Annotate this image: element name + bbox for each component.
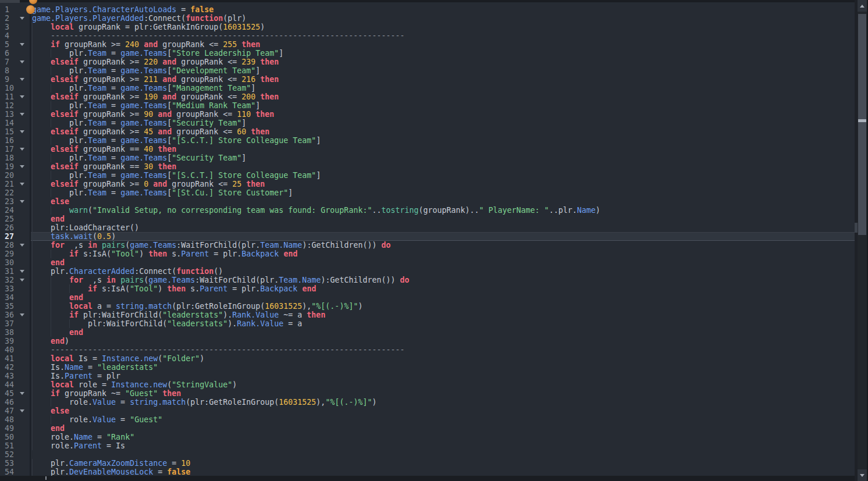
code-text[interactable]: if groupRank >= 240 and groupRank <= 255…	[31, 40, 855, 49]
scrollbar-thumb[interactable]	[858, 14, 866, 235]
fold-arrow-icon[interactable]	[20, 183, 24, 186]
line-number[interactable]: 5	[0, 40, 14, 49]
line-number[interactable]: 47	[0, 407, 14, 415]
line-number[interactable]: 16	[0, 136, 14, 145]
line-number[interactable]: 32	[0, 276, 14, 284]
line-number[interactable]: 9	[0, 75, 14, 84]
code-text[interactable]	[31, 450, 855, 459]
line-number[interactable]: 33	[0, 284, 14, 293]
fold-arrow-icon[interactable]	[20, 95, 24, 98]
vertical-scrollbar[interactable]	[858, 0, 867, 481]
code-text[interactable]: local Is = Instance.new("Folder")	[31, 354, 855, 363]
fold-gutter[interactable]	[14, 398, 30, 407]
code-text[interactable]: if s:IsA("Tool") then s.Parent = plr.Bac…	[31, 250, 855, 258]
fold-gutter[interactable]	[14, 258, 30, 267]
code-text[interactable]: elseif groupRank >= 45 and groupRank <= …	[31, 127, 855, 136]
fold-gutter[interactable]	[14, 345, 30, 354]
line-number[interactable]: 7	[0, 58, 14, 66]
line-number[interactable]: 2	[0, 14, 14, 23]
line-number[interactable]: 38	[0, 328, 14, 337]
line-number[interactable]: 25	[0, 215, 14, 223]
fold-gutter[interactable]	[14, 223, 30, 232]
line-number[interactable]: 53	[0, 459, 14, 468]
code-text[interactable]: plr.Team = game.Teams["Development Team"…	[31, 66, 855, 75]
code-text[interactable]: for _,s in pairs(game.Teams:WaitForChild…	[31, 276, 855, 284]
code-text[interactable]: plr.Team = game.Teams["Management Team"]	[31, 84, 855, 92]
fold-arrow-icon[interactable]	[20, 43, 24, 46]
line-number[interactable]: 31	[0, 267, 14, 276]
fold-gutter[interactable]	[14, 66, 30, 75]
fold-gutter[interactable]	[14, 110, 30, 119]
line-number[interactable]: 17	[0, 145, 14, 154]
code-text[interactable]: end	[31, 424, 855, 433]
line-number[interactable]: 29	[0, 250, 14, 258]
code-text[interactable]: Is.Parent = plr	[31, 372, 855, 380]
fold-arrow-icon[interactable]	[20, 244, 24, 247]
line-number[interactable]: 43	[0, 372, 14, 380]
line-number[interactable]: 40	[0, 345, 14, 354]
fold-gutter[interactable]	[14, 197, 30, 206]
fold-gutter[interactable]	[14, 49, 30, 58]
code-text[interactable]: role.Value = "Guest"	[31, 415, 855, 424]
code-text[interactable]: if plr:WaitForChild("leaderstats").Rank.…	[31, 311, 855, 319]
fold-gutter[interactable]	[14, 241, 30, 250]
code-text[interactable]: task.wait(0.5)	[31, 232, 855, 241]
code-text[interactable]: plr:LoadCharacter()	[31, 223, 855, 232]
fold-gutter[interactable]	[14, 407, 30, 415]
code-text[interactable]: else	[31, 407, 855, 415]
line-number[interactable]: 54	[0, 468, 14, 476]
fold-gutter[interactable]	[14, 180, 30, 188]
fold-gutter[interactable]	[14, 23, 30, 31]
line-number[interactable]: 11	[0, 92, 14, 101]
fold-arrow-icon[interactable]	[20, 60, 24, 63]
code-text[interactable]: end	[31, 258, 855, 267]
code-text[interactable]: local a = string.match(plr:GetRoleInGrou…	[31, 302, 855, 311]
code-text[interactable]: elseif groupRank == 40 then	[31, 145, 855, 154]
line-number[interactable]: 28	[0, 241, 14, 250]
line-number[interactable]: 6	[0, 49, 14, 58]
code-text[interactable]: elseif groupRank >= 190 and groupRank <=…	[31, 92, 855, 101]
code-text[interactable]: role.Value = string.match(plr:GetRoleInG…	[31, 398, 855, 407]
fold-arrow-icon[interactable]	[20, 130, 24, 133]
fold-gutter[interactable]	[14, 232, 30, 241]
fold-gutter[interactable]	[14, 311, 30, 319]
code-text[interactable]: role.Parent = Is	[31, 441, 855, 450]
code-text[interactable]: plr:WaitForChild("leaderstats").Rank.Val…	[31, 319, 855, 328]
code-text[interactable]: elseif groupRank == 30 then	[31, 162, 855, 171]
fold-gutter[interactable]	[14, 302, 30, 311]
line-number[interactable]: 42	[0, 363, 14, 372]
fold-gutter[interactable]	[14, 58, 30, 66]
line-number[interactable]: 8	[0, 66, 14, 75]
fold-gutter[interactable]	[14, 136, 30, 145]
fold-gutter[interactable]	[14, 293, 30, 302]
code-text[interactable]: local role = Instance.new("StringValue")	[31, 380, 855, 389]
fold-gutter[interactable]	[14, 215, 30, 223]
code-text[interactable]: plr.Team = game.Teams["[S.C.T.] Store Co…	[31, 136, 855, 145]
line-number[interactable]: 3	[0, 23, 14, 31]
fold-gutter[interactable]	[14, 441, 30, 450]
line-number[interactable]: 13	[0, 110, 14, 119]
fold-gutter[interactable]	[14, 363, 30, 372]
line-number[interactable]: 46	[0, 398, 14, 407]
code-text[interactable]: if s:IsA("Tool") then s.Parent = plr.Bac…	[31, 284, 855, 293]
fold-gutter[interactable]	[14, 424, 30, 433]
line-number[interactable]: 10	[0, 84, 14, 92]
fold-arrow-icon[interactable]	[20, 165, 24, 168]
code-text[interactable]: warn("Invalid Setup, no corresponding te…	[31, 206, 855, 215]
fold-arrow-icon[interactable]	[20, 200, 24, 203]
fold-arrow-icon[interactable]	[20, 113, 24, 116]
line-number[interactable]: 21	[0, 180, 14, 188]
code-text[interactable]: plr.Team = game.Teams["[S.C.T.] Store Co…	[31, 171, 855, 180]
code-text[interactable]: plr.CharacterAdded:Connect(function()	[31, 267, 855, 276]
fold-gutter[interactable]	[14, 459, 30, 468]
line-number[interactable]: 20	[0, 171, 14, 180]
line-number[interactable]: 52	[0, 450, 14, 459]
code-text[interactable]: elseif groupRank >= 211 and groupRank <=…	[31, 75, 855, 84]
line-number[interactable]: 15	[0, 127, 14, 136]
code-text[interactable]: plr.Team = game.Teams["Security Team"]	[31, 119, 855, 127]
scroll-up-button[interactable]	[858, 0, 867, 12]
code-area[interactable]: 1game.Players.CharacterAutoLoads = false…	[0, 5, 855, 476]
fold-arrow-icon[interactable]	[20, 313, 24, 316]
line-number[interactable]: 24	[0, 206, 14, 215]
fold-gutter[interactable]	[14, 415, 30, 424]
